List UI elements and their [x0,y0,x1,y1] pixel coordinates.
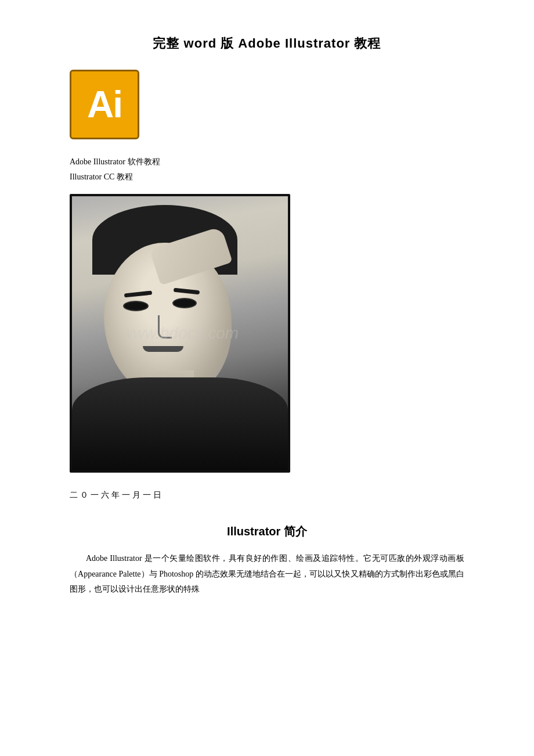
date-text: 二０一六年一月一日 [70,490,464,501]
mouth [143,346,183,352]
portrait-inner: www.bdocx.com [72,196,288,470]
section1-title: Illustrator 简介 [70,524,464,539]
ai-logo-text: Ai [87,83,122,126]
section1-body: Adobe Illustrator 是一个矢量绘图软件，具有良好的作图、绘画及追… [70,551,464,597]
document-page: 完整 word 版 Adobe Illustrator 教程 Ai Adobe … [0,0,534,756]
shirt [72,377,288,470]
page-title: 完整 word 版 Adobe Illustrator 教程 [70,35,464,52]
nose [158,315,172,339]
subtitle1: Adobe Illustrator 软件教程 [70,157,464,167]
portrait-image: www.bdocx.com [70,194,290,473]
subtitle2: Illustrator CC 教程 [70,172,464,182]
eye-left [124,302,147,310]
eye-right [174,299,196,307]
ai-logo: Ai [70,70,139,139]
